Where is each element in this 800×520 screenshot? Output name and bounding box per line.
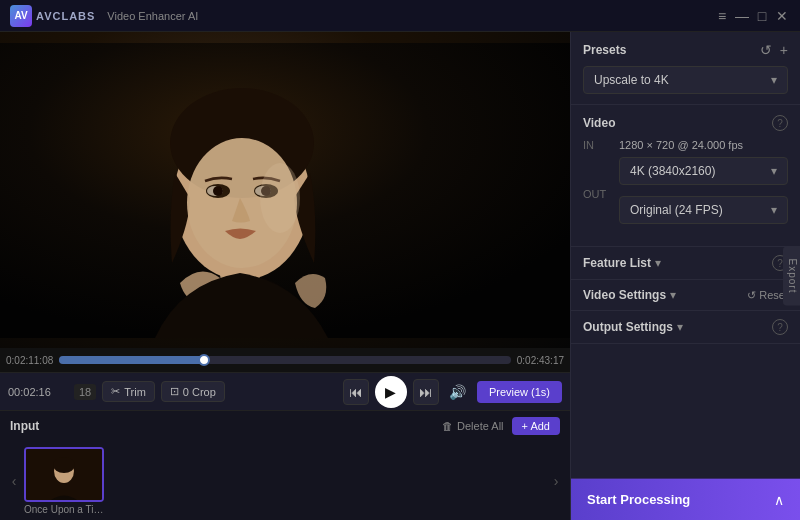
preview-button[interactable]: Preview (1s)	[477, 381, 562, 403]
thumb-preview-bg	[26, 449, 102, 500]
chevron-down-icon: ▾	[771, 164, 777, 178]
video-section: Video ? IN 1280 × 720 @ 24.000 fps OUT 4…	[571, 105, 800, 247]
video-settings-chevron: ▾	[670, 288, 676, 302]
frame-count-display: 18	[74, 384, 96, 400]
timeline-track[interactable]	[59, 356, 510, 364]
output-settings-chevron: ▾	[677, 320, 683, 334]
maximize-button[interactable]: □	[754, 8, 770, 24]
thumbnail-label: Once Upon a Time in ...	[24, 504, 104, 515]
svg-point-15	[53, 457, 75, 473]
scroll-right-button[interactable]: ›	[546, 451, 566, 511]
video-help-icon[interactable]: ?	[772, 115, 788, 131]
logo-icon: AV	[10, 5, 32, 27]
scroll-left-button[interactable]: ‹	[4, 451, 24, 511]
fps-dropdown[interactable]: Original (24 FPS) ▾	[619, 196, 788, 224]
crop-icon: ⊡	[170, 385, 179, 398]
input-header: Input 🗑 Delete All + Add	[0, 411, 570, 441]
reset-icon: ↺	[747, 289, 756, 302]
controls-bar: 00:02:16 18 ✂ Trim ⊡ 0 Crop ⏮ ▶ ⏭ 🔊 Prev…	[0, 372, 570, 410]
preview-image	[0, 43, 570, 338]
menu-button[interactable]: ≡	[714, 8, 730, 24]
video-settings-right: ↺ Reset	[747, 289, 788, 302]
video-title: Video	[583, 116, 615, 130]
out-label: OUT	[583, 188, 611, 200]
video-header: Video ?	[583, 115, 788, 131]
presets-section: Presets ↺ + Upscale to 4K ▾	[571, 32, 800, 105]
skip-forward-button[interactable]: ⏭	[413, 379, 439, 405]
left-panel: 0:02:11:08 0:02:43:17 00:02:16 18 ✂ Trim…	[0, 32, 570, 520]
thumbnails-container: Once Upon a Time in ...	[24, 445, 546, 517]
video-preview	[0, 32, 570, 348]
output-settings-section[interactable]: Output Settings ▾ ?	[571, 311, 800, 344]
add-button[interactable]: + Add	[512, 417, 560, 435]
volume-button[interactable]: 🔊	[445, 379, 471, 405]
app-title: Video Enhancer AI	[107, 10, 198, 22]
timeline-end-time: 0:02:43:17	[517, 355, 564, 366]
current-time-display: 00:02:16	[8, 386, 68, 398]
in-label: IN	[583, 139, 611, 151]
video-settings-left: Video Settings ▾	[583, 288, 676, 302]
svg-point-10	[213, 186, 223, 196]
titlebar-controls: ≡ — □ ✕	[714, 8, 790, 24]
chevron-down-icon: ▾	[771, 73, 777, 87]
svg-point-12	[260, 163, 300, 233]
timeline-progress	[59, 356, 203, 364]
start-processing-label: Start Processing	[587, 492, 690, 507]
output-settings-title: Output Settings	[583, 320, 673, 334]
video-settings-title: Video Settings	[583, 288, 666, 302]
titlebar: AV AVCLABS Video Enhancer AI ≡ — □ ✕	[0, 0, 800, 32]
feature-list-section[interactable]: Feature List ▾ ?	[571, 247, 800, 280]
app-logo: AV AVCLABS	[10, 5, 95, 27]
refresh-presets-button[interactable]: ↺	[760, 42, 772, 58]
presets-title: Presets	[583, 43, 626, 57]
thumbnail-item[interactable]: Once Upon a Time in ...	[24, 447, 104, 515]
skip-back-button[interactable]: ⏮	[343, 379, 369, 405]
close-button[interactable]: ✕	[774, 8, 790, 24]
minimize-button[interactable]: —	[734, 8, 750, 24]
trash-icon: 🗑	[442, 420, 453, 432]
input-content: ‹	[0, 441, 570, 520]
presets-header: Presets ↺ +	[583, 42, 788, 58]
resolution-dropdown[interactable]: 4K (3840x2160) ▾	[619, 157, 788, 185]
feature-list-chevron: ▾	[655, 256, 661, 270]
video-settings-section[interactable]: Video Settings ▾ ↺ Reset	[571, 280, 800, 311]
export-tab[interactable]: Export	[783, 247, 800, 306]
right-panel: Presets ↺ + Upscale to 4K ▾ Video ? IN 1…	[570, 32, 800, 520]
input-section: Input 🗑 Delete All + Add ‹	[0, 410, 570, 520]
thumbnail-image	[24, 447, 104, 502]
timeline[interactable]: 0:02:11:08 0:02:43:17	[0, 348, 570, 372]
feature-list-left: Feature List ▾	[583, 256, 661, 270]
output-settings-help-icon[interactable]: ?	[772, 319, 788, 335]
app-brand: AVCLABS	[36, 10, 95, 22]
timeline-thumb[interactable]	[198, 354, 210, 366]
delete-all-button[interactable]: 🗑 Delete All	[442, 420, 503, 432]
in-value: 1280 × 720 @ 24.000 fps	[619, 139, 743, 151]
presets-dropdown[interactable]: Upscale to 4K ▾	[583, 66, 788, 94]
expand-icon: ∧	[774, 492, 784, 508]
scissors-icon: ✂	[111, 385, 120, 398]
input-actions: 🗑 Delete All + Add	[442, 417, 560, 435]
feature-list-title: Feature List	[583, 256, 651, 270]
presets-icons: ↺ +	[760, 42, 788, 58]
play-button[interactable]: ▶	[375, 376, 407, 408]
crop-button[interactable]: ⊡ 0 Crop	[161, 381, 225, 402]
main-layout: 0:02:11:08 0:02:43:17 00:02:16 18 ✂ Trim…	[0, 32, 800, 520]
add-preset-button[interactable]: +	[780, 42, 788, 58]
video-in-row: IN 1280 × 720 @ 24.000 fps	[583, 139, 788, 151]
chevron-down-icon: ▾	[771, 203, 777, 217]
reset-button[interactable]: ↺ Reset	[747, 289, 788, 302]
preview-background	[0, 32, 570, 348]
trim-button[interactable]: ✂ Trim	[102, 381, 155, 402]
timeline-start-time: 0:02:11:08	[6, 355, 53, 366]
titlebar-left: AV AVCLABS Video Enhancer AI	[10, 5, 198, 27]
input-title: Input	[10, 419, 39, 433]
start-processing-button[interactable]: Start Processing ∧	[571, 478, 800, 520]
video-out-row: OUT 4K (3840x2160) ▾ Original (24 FPS) ▾	[583, 157, 788, 230]
output-settings-left: Output Settings ▾	[583, 320, 683, 334]
